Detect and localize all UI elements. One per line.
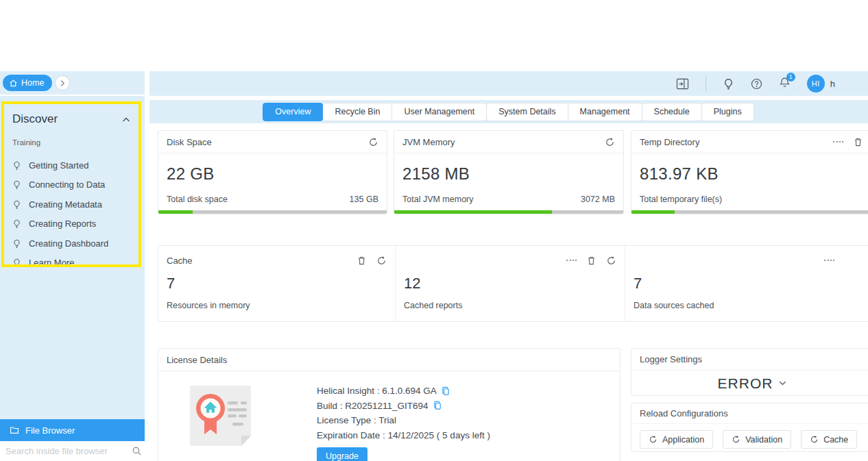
file-browser-label: File Browser	[25, 425, 75, 436]
refresh-icon[interactable]	[606, 256, 616, 266]
sidebar-item-label: Creating Reports	[29, 219, 96, 229]
sidebar-item-label: Connecting to Data	[29, 179, 105, 190]
upgrade-button[interactable]: Upgrade	[317, 447, 367, 461]
datasources-cached-label: Data sources cached	[634, 301, 868, 310]
cache-memory-value: 7	[167, 275, 387, 292]
copy-icon[interactable]	[441, 386, 450, 396]
discover-panel: Discover Training Getting Started Connec…	[1, 101, 141, 267]
license-type-line: License Type : Trial	[317, 413, 490, 428]
app-screen: Home Discover Training Getting Started C…	[0, 0, 868, 461]
sidebar-item-creating-reports[interactable]: Creating Reports	[12, 214, 130, 234]
reload-cache-button[interactable]: Cache	[801, 430, 857, 449]
cache-section-memory: Cache 7 Resources in memory	[158, 246, 395, 321]
sidebar-item-label: Creating Metadata	[29, 199, 102, 210]
sidebar-item-creating-dashboard[interactable]: Creating Dashboard	[12, 234, 130, 253]
lightbulb-icon	[12, 180, 21, 189]
reload-application-button[interactable]: Application	[640, 430, 713, 449]
sidebar-item-creating-metadata[interactable]: Creating Metadata	[12, 195, 130, 214]
cache-section-datasources: 7 Data sources cached	[625, 246, 868, 321]
tab-overview[interactable]: Overview	[263, 103, 323, 121]
discover-title: Discover	[12, 112, 58, 126]
training-list: Getting Started Connecting to Data Creat…	[12, 155, 130, 267]
cache-memory-label: Resources in memory	[167, 301, 387, 310]
jvm-progress-bar	[394, 210, 623, 214]
avatar[interactable]: HI	[807, 75, 825, 92]
ellipsis-menu-icon[interactable]	[824, 260, 834, 261]
top-header-bar: 1 HI h	[149, 71, 868, 96]
user-name: h	[830, 79, 835, 89]
metric-label: Total disk space	[167, 195, 228, 204]
card-title: JVM Memory	[402, 137, 455, 147]
cache-title: Cache	[167, 256, 193, 266]
certificate-illustration	[184, 384, 256, 448]
card-temp-directory: Temp Directory 813.97 KB Total temporary…	[631, 130, 868, 214]
search-icon[interactable]	[132, 446, 142, 456]
file-browser-button[interactable]: File Browser	[0, 419, 145, 441]
ellipsis-menu-icon[interactable]	[833, 141, 843, 142]
chevron-up-icon[interactable]	[122, 116, 130, 123]
notifications-button[interactable]: 1	[779, 77, 791, 91]
tab-plugins[interactable]: Plugins	[701, 103, 754, 121]
refresh-icon[interactable]	[368, 137, 378, 147]
card-reload-configurations: Reload Configurations Application Valida…	[631, 403, 868, 452]
lightbulb-icon	[12, 239, 21, 248]
sidebar-item-getting-started[interactable]: Getting Started	[12, 155, 130, 175]
trash-icon[interactable]	[586, 256, 596, 266]
disk-space-value: 22 GB	[158, 153, 387, 184]
lightbulb-icon[interactable]	[723, 78, 734, 90]
tab-management[interactable]: Management	[568, 103, 642, 121]
refresh-icon[interactable]	[376, 256, 387, 266]
lightbulb-icon	[12, 161, 21, 170]
trash-icon[interactable]	[357, 256, 367, 266]
tab-system-details[interactable]: System Details	[486, 103, 568, 121]
card-license-details: License Details	[158, 348, 620, 461]
reload-configurations-title: Reload Configurations	[640, 408, 728, 419]
refresh-icon	[732, 435, 740, 444]
jvm-memory-value: 2158 MB	[394, 153, 623, 184]
chevron-right-icon	[60, 79, 65, 87]
sidebar-item-connecting-to-data[interactable]: Connecting to Data	[12, 175, 130, 195]
logger-settings-title: Logger Settings	[640, 354, 702, 364]
metric-label: Total temporary file(s)	[640, 195, 722, 204]
card-cache: Cache 7 Resources in memory	[158, 245, 868, 322]
file-browser-search	[0, 441, 145, 461]
copy-icon[interactable]	[433, 401, 442, 410]
ellipsis-menu-icon[interactable]	[566, 260, 577, 261]
log-level-dropdown[interactable]: ERROR	[718, 375, 787, 392]
metric-total: 3072 MB	[581, 195, 615, 204]
card-logger-settings: Logger Settings ERROR	[631, 348, 868, 396]
refresh-icon[interactable]	[605, 137, 615, 147]
notification-badge: 1	[786, 73, 795, 82]
tab-schedule[interactable]: Schedule	[642, 103, 702, 121]
card-disk-space: Disk Space 22 GB Total disk space 135 GB	[158, 130, 387, 214]
card-title: Disk Space	[167, 137, 212, 147]
file-browser-search-input[interactable]	[0, 446, 132, 456]
tab-user-management[interactable]: User Management	[391, 103, 487, 121]
cache-section-reports: 12 Cached reports	[395, 246, 625, 321]
reload-validation-button[interactable]: Validation	[723, 430, 791, 449]
panel-toggle-icon[interactable]	[676, 78, 689, 90]
cached-reports-value: 12	[404, 275, 616, 292]
sidebar-header: Home	[0, 71, 145, 96]
home-label: Home	[21, 78, 44, 88]
sidebar-expand-button[interactable]	[55, 75, 70, 90]
home-icon	[9, 79, 18, 88]
metric-label: Total JVM memory	[402, 195, 474, 204]
card-title: Temp Directory	[640, 137, 699, 147]
card-jvm-memory: JVM Memory 2158 MB Total JVM memory 3072…	[394, 130, 624, 214]
sidebar-item-label: Learn More	[29, 258, 74, 267]
metric-total: 135 GB	[350, 195, 378, 204]
license-version-line: Helical Insight : 6.1.0.694 GA	[317, 384, 490, 399]
disk-progress-bar	[158, 210, 387, 214]
training-section-label: Training	[12, 138, 130, 147]
help-icon[interactable]	[751, 78, 762, 90]
tab-bar: Overview Recycle Bin User Management Sys…	[149, 100, 868, 123]
folder-icon	[10, 425, 19, 435]
tab-recycle-bin[interactable]: Recycle Bin	[322, 103, 392, 121]
lightbulb-icon	[12, 219, 21, 228]
sidebar-item-learn-more[interactable]: Learn More	[12, 253, 130, 268]
refresh-icon	[649, 435, 658, 444]
trash-icon[interactable]	[853, 137, 863, 147]
home-button[interactable]: Home	[3, 75, 52, 91]
license-title: License Details	[167, 355, 227, 365]
